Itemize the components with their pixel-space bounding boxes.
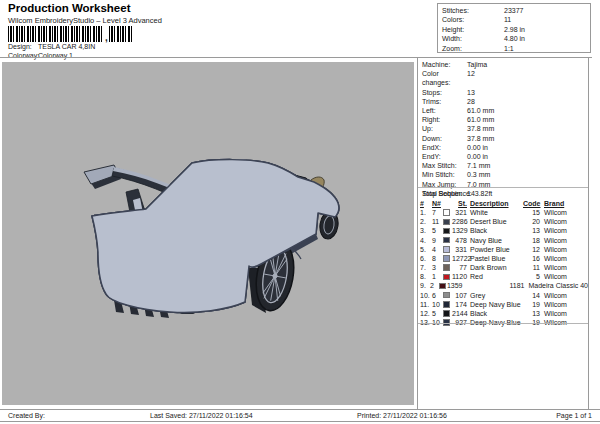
machine-row: Min Stitch:0.3 mm — [422, 170, 586, 179]
stat-zoom: Zoom:1:1 — [442, 44, 590, 53]
design-barcode: , — [8, 26, 132, 42]
machine-row: EndY:0.00 in — [422, 152, 586, 161]
table-row: 7.377Dark Brown11Wilcom — [420, 263, 588, 272]
thread-color-swatch — [439, 283, 446, 290]
design-label: Design: — [8, 43, 38, 51]
thread-color-swatch — [443, 209, 450, 216]
stat-stitches: Stitches:23377 — [442, 6, 590, 15]
machine-row: Max Stitch:7.1 mm — [422, 161, 586, 170]
last-saved-timestamp: Last Saved: 27/11/2022 01:16:54 — [150, 411, 253, 420]
barcode-segment — [8, 26, 104, 42]
machine-info-list: Machine:Tajima Color changes:12 Stops:13… — [422, 60, 586, 198]
machine-row: Down:37.8 mm — [422, 134, 586, 143]
table-row: 6.812722Pastel Blue16Wilcom — [420, 254, 588, 263]
colorway-label: Colorway: — [8, 52, 38, 60]
thread-color-swatch — [443, 246, 450, 253]
printed-timestamp: Printed: 27/11/2022 01:16:56 — [357, 411, 447, 420]
machine-row: Left:61.0 mm — [422, 106, 586, 115]
table-row: 4.9478Navy Blue18Wilcom — [420, 236, 588, 245]
table-row: 10.6107Grey14Wilcom — [420, 291, 588, 300]
thread-color-swatch — [443, 237, 450, 244]
thread-color-swatch — [443, 255, 450, 262]
stat-width: Width:4.80 in — [442, 34, 590, 43]
stop-sequence-title: Stop Sequence: — [422, 190, 472, 197]
machine-info-panel: Machine:Tajima Color changes:12 Stops:13… — [417, 57, 589, 409]
machine-row: Right:61.0 mm — [422, 115, 586, 124]
table-row: 3.51329Black13Wilcom — [420, 226, 588, 235]
table-row: 11.10174Deep Navy Blue19Wilcom — [420, 300, 588, 309]
design-stats-box: Stitches:23377 Colors:11 Height:2.98 in … — [437, 3, 591, 53]
software-name: Wilcom EmbroideryStudio – Level 3 Advanc… — [8, 16, 162, 25]
design-value: TESLA CAR 4,8IN — [38, 43, 95, 51]
table-row: 8.11120Red5Wilcom — [420, 272, 588, 281]
machine-row: Trims:28 — [422, 97, 586, 106]
footer-divider — [0, 409, 600, 410]
stop-sequence-table: # N# St. Description Code Brand 1.7321Wh… — [420, 199, 588, 327]
table-row: 1.7321White15Wilcom — [420, 208, 588, 217]
thread-color-swatch — [443, 301, 450, 308]
embroidery-design-preview — [2, 62, 414, 405]
page-title: Production Worksheet — [8, 2, 130, 14]
colorway-value: Colorway 1 — [38, 52, 73, 60]
stop-sequence-header: # N# St. Description Code Brand — [420, 199, 588, 208]
thread-color-swatch — [443, 292, 450, 299]
stat-colors: Colors:11 — [442, 15, 590, 24]
panel-divider — [418, 187, 588, 188]
production-worksheet-page: Production Worksheet Wilcom EmbroiderySt… — [0, 0, 600, 424]
colorway-row: Colorway: Colorway 1 — [8, 52, 73, 60]
table-row: 12.52144Black13Wilcom — [420, 309, 588, 318]
machine-row: Color changes:12 — [422, 69, 586, 87]
machine-row: Machine:Tajima — [422, 60, 586, 69]
barcode-segment — [109, 26, 132, 42]
thread-color-swatch — [443, 274, 450, 281]
thread-color-swatch — [443, 228, 450, 235]
thread-color-swatch — [443, 310, 450, 317]
page-number: Page 1 of 1 — [556, 411, 592, 420]
machine-row: Stops:13 — [422, 88, 586, 97]
footer-bottom-rule — [0, 421, 600, 422]
panel-divider — [418, 323, 588, 324]
table-row: 5.4331Powder Blue12Wilcom — [420, 245, 588, 254]
thread-color-swatch — [443, 264, 450, 271]
machine-row: EndX:0.00 in — [422, 143, 586, 152]
thread-color-swatch — [443, 219, 450, 226]
barcode-comma: , — [105, 34, 108, 42]
machine-row: Up:37.8 mm — [422, 124, 586, 133]
stat-height: Height:2.98 in — [442, 25, 590, 34]
table-row: 9.213591181Madeira Classic 40 — [420, 281, 588, 290]
table-row: 2.112286Desert Blue20Wilcom — [420, 217, 588, 226]
created-by-label: Created By: — [8, 411, 45, 420]
design-name-row: Design: TESLA CAR 4,8IN — [8, 43, 95, 51]
car-embroidery-graphic — [2, 62, 414, 405]
